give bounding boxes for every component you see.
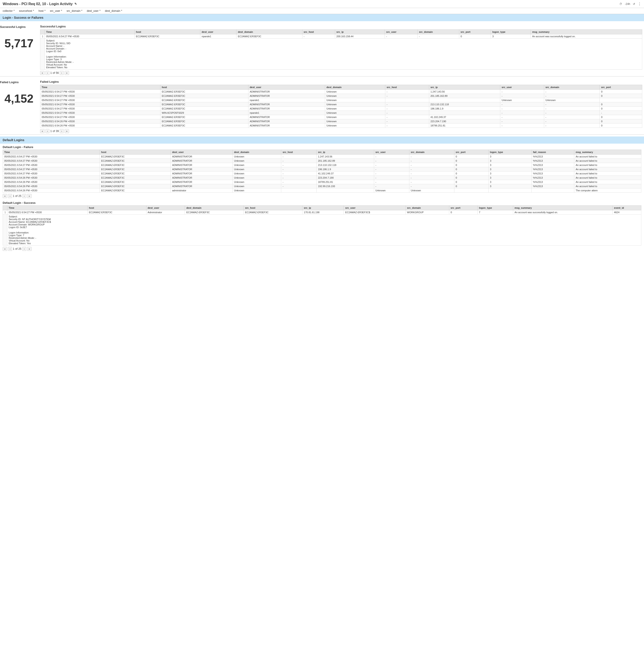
filter-sourcehost[interactable]: sourcehost * — [19, 9, 34, 13]
col-src-host[interactable]: src_host — [385, 85, 429, 90]
fail-first-btn[interactable]: « — [40, 129, 45, 133]
filter-dest-user-label: dest_user — [87, 9, 99, 13]
col-src-port[interactable]: src_port — [454, 150, 488, 155]
dls-last-btn[interactable]: » — [27, 247, 32, 251]
col-event-id[interactable]: event_id — [613, 205, 641, 210]
col-src-port[interactable]: src_port — [449, 205, 477, 210]
filter-collector[interactable]: collector * — [3, 9, 14, 13]
col-src-host[interactable]: src_host — [302, 30, 335, 34]
col-src-domain[interactable]: src_domain — [409, 150, 454, 155]
detail-row: Subject: Security ID: NT AUTHORITY\SYSTE… — [3, 215, 641, 245]
col-msg-summary[interactable]: msg_summary — [513, 205, 613, 210]
col-msg-summary[interactable]: msg_summary — [574, 150, 641, 155]
dfl-prev-btn[interactable]: ‹ — [8, 194, 12, 198]
dls-prev-btn[interactable]: ‹ — [8, 247, 12, 251]
col-host[interactable]: host — [135, 30, 200, 34]
col-time[interactable]: Time — [3, 150, 100, 155]
col-src-user[interactable]: src_user — [385, 30, 418, 34]
col-host[interactable]: host — [87, 205, 146, 210]
table-row[interactable]: 05/05/2021 6:54:26 PM +0530 EC2AMAZ-ER3E… — [3, 180, 641, 184]
dfl-next-btn[interactable]: › — [22, 194, 26, 198]
time-range-label[interactable]: -24h — [625, 2, 630, 5]
col-dest-user[interactable]: dest_user — [146, 205, 185, 210]
filter-src-user[interactable]: src_user * — [50, 9, 62, 13]
col-time[interactable]: Time — [40, 85, 160, 90]
table-row[interactable]: 05/05/2021 6:54:27 PM +0530 EC2AMAZ-ER3E… — [40, 106, 642, 111]
col-src-user[interactable]: src_user — [500, 85, 544, 90]
table-row[interactable]: 05/05/2021 6:54:27 PM +0530 EC2AMAZ-ER3E… — [3, 159, 641, 163]
edit-icon[interactable]: ✎ — [74, 2, 77, 5]
col-host[interactable]: host — [100, 150, 171, 155]
cell-src-ip: 223.204.7.190 — [317, 176, 374, 180]
table-row[interactable]: 05/05/2021 6:54:26 PM +0530 EC2AMAZ-ER3E… — [3, 188, 641, 193]
filter-dest-domain[interactable]: dest_domain * — [105, 9, 122, 13]
col-fail-reason[interactable]: fail_reason — [531, 150, 574, 155]
dfl-first-btn[interactable]: « — [3, 194, 7, 198]
col-dest-domain[interactable]: dest_domain — [185, 205, 244, 210]
col-src-ip[interactable]: src_ip — [303, 205, 344, 210]
fail-last-btn[interactable]: » — [64, 129, 69, 133]
default-login-success-header: Default Login - Success — [0, 199, 644, 205]
col-dest-domain[interactable]: dest_domain — [325, 85, 385, 90]
col-src-host[interactable]: src_host — [281, 150, 317, 155]
table-row[interactable]: 05/05/2021 6:54:26 PM +0530 EC2AMAZ-ER3E… — [40, 124, 642, 128]
col-logon-type[interactable]: logon_type — [478, 205, 513, 210]
table-row[interactable]: 1 05/05/2021 6:54:27 PM +0530 EC2AMAZ-ER… — [40, 34, 642, 39]
col-src-port[interactable]: src_port — [459, 30, 491, 34]
filter-src-domain[interactable]: src_domain * — [67, 9, 83, 13]
table-row[interactable]: 05/05/2021 6:54:26 PM +0530 EC2AMAZ-ER3E… — [3, 176, 641, 180]
default-login-failure-scroll[interactable]: Time host dest_user dest_domain src_host… — [3, 150, 641, 193]
dls-first-btn[interactable]: « — [3, 247, 7, 251]
table-row[interactable]: 05/05/2021 6:54:27 PM +0530 EC2AMAZ-ER3E… — [3, 163, 641, 167]
succ-first-btn[interactable]: « — [40, 71, 45, 75]
col-src-user[interactable]: src_user — [374, 150, 409, 155]
table-row[interactable]: 05/05/2021 6:54:27 PM +0530 WIN-6C5PO5FS… — [40, 111, 642, 115]
filter-host[interactable]: host * — [39, 9, 45, 13]
succ-next-btn[interactable]: › — [60, 71, 64, 75]
succ-last-btn[interactable]: » — [64, 71, 69, 75]
succ-prev-btn[interactable]: ‹ — [45, 71, 49, 75]
more-options-icon[interactable]: ⋮ — [638, 2, 641, 6]
fail-next-btn[interactable]: › — [60, 129, 64, 133]
col-msg-summary[interactable]: msg_summary — [531, 30, 642, 34]
col-time[interactable]: Time — [45, 30, 135, 34]
failed-logins-table-scroll[interactable]: Time host dest_user dest_domain src_host… — [40, 85, 642, 128]
col-src-ip[interactable]: src_ip — [317, 150, 374, 155]
col-dest-user[interactable]: dest_user — [171, 150, 233, 155]
col-src-port[interactable]: src_port — [600, 85, 642, 90]
time-range-icon[interactable]: ⏱ — [619, 2, 622, 5]
table-row[interactable]: 05/05/2021 6:54:27 PM +0530 EC2AMAZ-ER3E… — [40, 115, 642, 119]
table-row[interactable]: 05/05/2021 6:54:27 PM +0530 EC2AMAZ-ER3E… — [3, 167, 641, 171]
col-dest-domain[interactable]: dest_domain — [236, 30, 302, 34]
table-row[interactable]: 1 05/05/2021 6:54:27 PM +0530 EC2AMAZ-ER… — [3, 210, 641, 215]
col-src-domain[interactable]: src_domain — [544, 85, 600, 90]
table-row[interactable]: 05/05/2021 6:54:27 PM +0530 EC2AMAZ-ER3E… — [40, 94, 642, 98]
col-host[interactable]: host — [160, 85, 248, 90]
table-row[interactable]: 05/05/2021 6:54:27 PM +0530 EC2AMAZ-ER3E… — [40, 102, 642, 106]
table-row[interactable]: 05/05/2021 6:54:26 PM +0530 EC2AMAZ-ER3E… — [3, 184, 641, 188]
col-src-domain[interactable]: src_domain — [406, 205, 449, 210]
refresh-icon[interactable]: ↺ — [633, 2, 635, 5]
successful-logins-table-scroll[interactable]: Time host dest_user dest_domain src_host… — [40, 29, 642, 70]
dfl-last-btn[interactable]: » — [27, 194, 32, 198]
fail-prev-btn[interactable]: ‹ — [45, 129, 49, 133]
table-row[interactable]: 05/05/2021 6:54:27 PM +0530 EC2AMAZ-ER3E… — [3, 155, 641, 159]
table-row[interactable]: 05/05/2021 6:54:27 PM +0530 EC2AMAZ-ER3E… — [40, 90, 642, 94]
col-src-domain[interactable]: src_domain — [418, 30, 459, 34]
table-row[interactable]: 05/05/2021 6:54:26 PM +0530 EC2AMAZ-ER3E… — [40, 119, 642, 124]
col-logon-type[interactable]: logon_type — [491, 30, 531, 34]
col-src-host[interactable]: src_host — [244, 205, 303, 210]
dls-next-btn[interactable]: › — [22, 247, 26, 251]
filter-dest-user[interactable]: dest_user * — [87, 9, 100, 13]
col-logon-type[interactable]: logon_type — [488, 150, 531, 155]
default-login-success-scroll[interactable]: Time host dest_user dest_domain src_host… — [3, 205, 641, 245]
col-time[interactable]: Time — [8, 205, 88, 210]
col-src-user[interactable]: src_user — [344, 205, 406, 210]
col-src-ip[interactable]: src_ip — [429, 85, 500, 90]
table-row[interactable]: 05/05/2021 6:54:27 PM +0530 EC2AMAZ-ER3E… — [40, 98, 642, 102]
col-dest-domain[interactable]: dest_domain — [233, 150, 281, 155]
col-dest-user[interactable]: dest_user — [248, 85, 325, 90]
col-src-ip[interactable]: src_ip — [335, 30, 385, 34]
col-dest-user[interactable]: dest_user — [200, 30, 236, 34]
table-row[interactable]: 05/05/2021 6:54:27 PM +0530 EC2AMAZ-ER3E… — [3, 171, 641, 176]
